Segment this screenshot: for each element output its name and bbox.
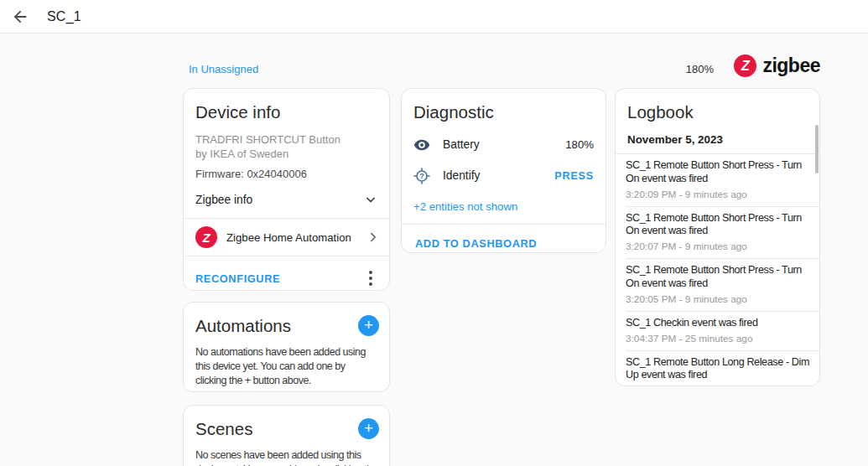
diagnostic-card: Diagnostic Battery 180% bbox=[401, 88, 606, 253]
logbook-entry: SC_1 Checkin event was fired 3:04:37 PM … bbox=[616, 312, 819, 350]
scrollbar-thumb[interactable] bbox=[815, 125, 819, 173]
add-to-dashboard-button[interactable]: ADD TO DASHBOARD bbox=[415, 237, 537, 250]
reconfigure-button[interactable]: RECONFIGURE bbox=[195, 272, 280, 285]
entity-name: Identify bbox=[443, 169, 542, 182]
device-info-title: Device info bbox=[184, 89, 389, 122]
battery-percentage: 180% bbox=[686, 63, 714, 75]
logbook-entry-message[interactable]: SC_1 Remote Button Short Press - Turn On… bbox=[626, 212, 811, 239]
logbook-card: Logbook November 5, 2023 SC_1 Remote But… bbox=[615, 88, 820, 386]
back-button[interactable] bbox=[3, 0, 37, 34]
entity-state: 180% bbox=[565, 138, 594, 151]
device-model: TRADFRI SHORTCUT Button bbox=[195, 133, 377, 148]
logbook-entry-time: 3:04:37 PM - 25 minutes ago bbox=[626, 333, 811, 344]
device-firmware: Firmware: 0x24040006 bbox=[184, 161, 389, 180]
device-page: SC_1 In Unassigned 180% Z zigbee Device … bbox=[0, 0, 868, 466]
logbook-entry-message[interactable]: SC_1 Checkin event was fired bbox=[626, 317, 811, 330]
integration-label: Zigbee Home Automation bbox=[226, 231, 356, 244]
zigbee-info-expander[interactable]: Zigbee info bbox=[184, 180, 389, 218]
chevron-down-icon bbox=[362, 191, 379, 208]
arrow-left-icon bbox=[11, 8, 29, 26]
entity-name: Battery bbox=[443, 138, 553, 151]
overflow-menu-icon[interactable] bbox=[361, 266, 381, 291]
chevron-right-icon bbox=[366, 230, 381, 245]
eye-icon bbox=[413, 137, 430, 153]
identify-crosshair-icon: ? bbox=[413, 168, 430, 184]
press-button[interactable]: PRESS bbox=[554, 170, 594, 182]
zigbee-logo-icon: Z bbox=[195, 226, 217, 248]
logbook-entry-message[interactable]: SC_1 Remote Button Short Press - Turn On… bbox=[626, 159, 811, 186]
zigbee-logo-icon: Z bbox=[734, 54, 756, 77]
zigbee-brand-logo: Z zigbee bbox=[734, 54, 820, 77]
scenes-empty-text: No scenes have been added using this dev… bbox=[184, 439, 389, 466]
zigbee-brand-text: zigbee bbox=[762, 54, 820, 77]
more-entities-link[interactable]: +2 entities not shown bbox=[402, 191, 606, 213]
zigbee-info-label: Zigbee info bbox=[195, 194, 252, 206]
device-actions-row: RECONFIGURE bbox=[184, 256, 389, 291]
logbook-entry-time: 3:20:07 PM - 9 minutes ago bbox=[626, 241, 811, 252]
area-link[interactable]: In Unassigned bbox=[189, 63, 258, 75]
svg-text:?: ? bbox=[419, 172, 424, 180]
logbook-entry-message[interactable]: SC_1 Remote Button Short Press - Turn On… bbox=[626, 264, 811, 291]
logbook-entry-time: 3:20:05 PM - 9 minutes ago bbox=[626, 293, 811, 305]
add-scene-button[interactable]: + bbox=[358, 418, 379, 439]
add-automation-button[interactable]: + bbox=[358, 315, 379, 336]
logbook-entry-time: 3:20:09 PM - 9 minutes ago bbox=[626, 189, 811, 200]
logbook-entry-time: 3:03:11 PM - 26 minutes ago bbox=[626, 385, 811, 386]
device-info-card: Device info TRADFRI SHORTCUT Button by I… bbox=[183, 88, 390, 291]
page-title: SC_1 bbox=[47, 9, 81, 24]
device-manufacturer: by IKEA of Sweden bbox=[195, 148, 377, 162]
entity-row-battery[interactable]: Battery 180% bbox=[402, 129, 606, 160]
automations-title: Automations bbox=[195, 316, 291, 336]
automations-card: Automations + No automations have been a… bbox=[183, 302, 390, 392]
diagnostic-title: Diagnostic bbox=[402, 89, 606, 122]
logbook-entry: SC_1 Remote Button Short Press - Turn On… bbox=[616, 259, 819, 311]
integration-link-zha[interactable]: Z Zigbee Home Automation bbox=[184, 219, 389, 256]
entity-row-identify[interactable]: ? Identify PRESS bbox=[402, 160, 606, 191]
logbook-title: Logbook bbox=[616, 89, 819, 122]
top-app-bar: SC_1 bbox=[0, 0, 868, 34]
logbook-entry: SC_1 Remote Button Short Press - Turn On… bbox=[616, 207, 819, 259]
logbook-entry: SC_1 Remote Button Long Release - Dim Up… bbox=[616, 351, 819, 386]
logbook-date: November 5, 2023 bbox=[616, 122, 819, 153]
logbook-entry-message[interactable]: SC_1 Remote Button Long Release - Dim Up… bbox=[626, 356, 811, 383]
scenes-card: Scenes + No scenes have been added using… bbox=[183, 405, 390, 466]
scenes-title: Scenes bbox=[195, 419, 252, 439]
logbook-entry: SC_1 Remote Button Short Press - Turn On… bbox=[616, 154, 819, 206]
automations-empty-text: No automations have been added using thi… bbox=[184, 336, 389, 392]
